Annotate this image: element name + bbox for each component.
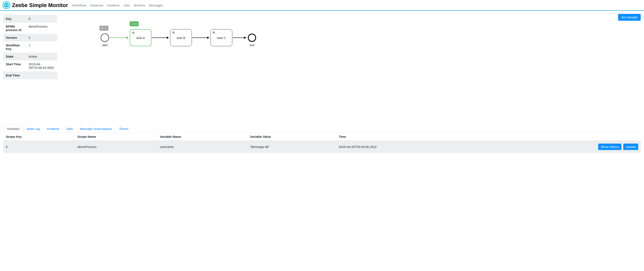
info-value: 2019-04-26T23:36:53.306Z [26,60,57,72]
task-b[interactable]: task B [170,29,192,46]
task-a-counter-badge: 1 | 0 [130,21,138,26]
start-event[interactable]: 0 | 1 start [101,34,109,42]
start-event-circle [101,34,109,42]
task-box: task B [170,29,192,46]
update-button[interactable]: Update [623,144,638,150]
info-value: 2 [26,34,57,42]
tab-audit-log[interactable]: Audit Log [23,125,43,133]
header-time: Time [336,133,484,141]
start-label: start [102,44,108,47]
cell-actions: Show History Update [484,141,641,153]
end-event-circle [248,34,256,42]
header-scope-name: Scope Name [75,133,158,141]
end-label: end [250,44,254,47]
info-label: Version [3,34,26,42]
info-label: Start Time [3,60,26,72]
cell-var-name: username [157,141,248,153]
nav-jobs[interactable]: Jobs [123,4,130,7]
info-row-version: Version 2 [3,34,57,42]
table-row: 5 demoProcess username "demoapp dd" 2019… [3,141,641,153]
table-header-row: Scope Key Scope Name Variable Name Varia… [3,133,641,141]
tab-jobs[interactable]: Jobs [63,125,76,133]
workflow-key-link[interactable]: 3 [28,44,30,47]
service-task-icon [212,31,216,34]
task-a[interactable]: 1 | 0 task A [130,29,152,46]
info-row-end-time: End Time [3,72,57,79]
tab-incidents[interactable]: Incidents [43,125,63,133]
header-var-value: Variable Value [248,133,336,141]
svg-point-1 [4,3,9,8]
show-history-button[interactable]: Show History [598,144,622,150]
task-box: task C [210,29,232,46]
info-row-key: Key 5 [3,15,57,22]
svg-point-3 [7,4,8,6]
info-label: Key [3,15,26,22]
info-value [26,72,57,79]
sequence-flow-b-c [192,38,209,38]
start-counter-badge: 0 | 1 [100,26,108,31]
navbar: Zeebe Simple Monitor Workflows Instances… [0,0,644,11]
nav-messages[interactable]: Messages [149,4,163,7]
service-task-icon [131,31,135,34]
tab-variables[interactable]: Variables [3,125,23,133]
sequence-flow-start-a [110,38,128,38]
info-row-bpmn: BPMN process id demoProcess [3,22,57,34]
info-label: BPMN process id [3,22,26,34]
nav-workers[interactable]: Workers [134,4,145,7]
task-c-label: task C [217,36,226,40]
cell-var-value: "demoapp dd" [248,141,336,153]
instance-detail-row: Set Variable Key 5 BPMN process id demoP… [3,15,641,79]
app-title: Zeebe Simple Monitor [12,2,68,8]
nav-workflows[interactable]: Workflows [72,4,86,7]
info-value: 5 [26,15,57,22]
info-value: Active [26,53,57,60]
header-var-name: Variable Name [157,133,248,141]
cell-time: 2019-04-26T23:53:38.181Z [336,141,484,153]
cell-scope-name: demoProcess [75,141,158,153]
service-task-icon [172,31,175,34]
sequence-flow-a-b [152,38,168,38]
svg-point-2 [5,4,6,6]
task-b-label: task B [177,36,186,40]
tab-timers[interactable]: Timers [116,125,132,133]
set-variable-button[interactable]: Set Variable [618,14,641,21]
header-scope-key: Scope Key [3,133,75,141]
brand[interactable]: Zeebe Simple Monitor [2,1,68,9]
instance-info-table: Key 5 BPMN process id demoProcess Versio… [3,15,57,79]
info-row-state: State Active [3,53,57,60]
main-content: Set Variable Key 5 BPMN process id demoP… [0,11,644,157]
svg-rect-4 [5,6,8,6]
info-label: State [3,53,26,60]
header-actions [484,133,641,141]
sequence-flow-c-end [233,38,246,38]
end-event[interactable]: end [248,34,256,42]
info-label: Workflow Key [3,42,26,53]
task-a-label: task A [136,36,145,40]
bpmn-diagram: 0 | 1 start 1 | 0 task A task B [64,25,641,79]
task-box: task A [130,29,152,46]
variables-table: Scope Key Scope Name Variable Name Varia… [3,133,641,153]
task-c[interactable]: task C [210,29,232,46]
cell-scope-key: 5 [3,141,75,153]
detail-tabs: Variables Audit Log Incidents Jobs Messa… [3,125,641,133]
info-row-start-time: Start Time 2019-04-26T23:36:53.306Z [3,60,57,72]
info-label: End Time [3,72,26,79]
info-row-workflow-key: Workflow Key 3 [3,42,57,53]
nav-links: Workflows Instances Incidents Jobs Worke… [72,4,163,7]
nav-instances[interactable]: Instances [90,4,104,7]
info-value: demoProcess [26,22,57,34]
zeebe-logo-icon [2,1,10,9]
tab-message-subscriptions[interactable]: Message Subscriptions [76,125,116,133]
nav-incidents[interactable]: Incidents [107,4,120,7]
